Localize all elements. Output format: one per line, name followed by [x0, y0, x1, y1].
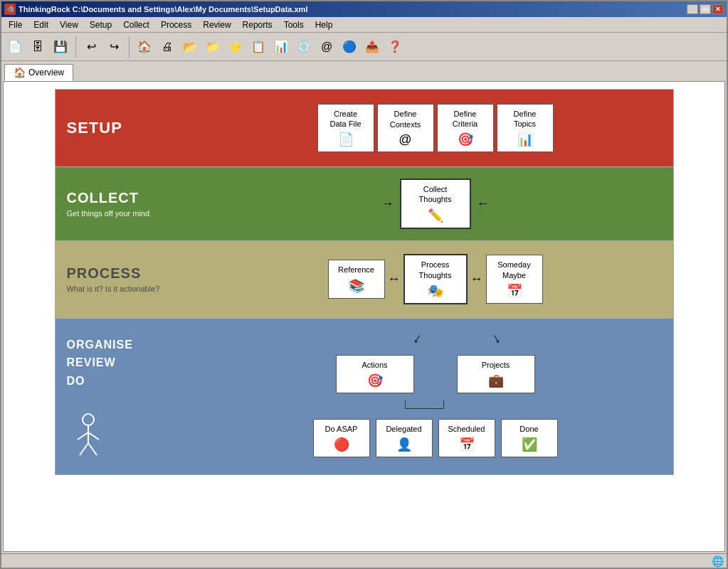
- title-buttons: _ ▭ ✕: [687, 4, 724, 14]
- svg-line-2: [78, 432, 88, 440]
- new-button[interactable]: 📄: [4, 36, 26, 58]
- close-button[interactable]: ✕: [712, 4, 724, 14]
- process-content: Reference 📚 ↔ ProcessThoughts 🎭 ↔ Someda…: [198, 241, 673, 318]
- scheduled-icon: 📅: [459, 437, 475, 452]
- projects-title: Projects: [482, 360, 510, 370]
- svg-line-5: [88, 443, 97, 455]
- do-asap-icon: 🔴: [334, 437, 349, 452]
- main-window: 🪨 ThinkingRock C:\Documents and Settings…: [0, 0, 728, 569]
- tab-bar: 🏠 Overview: [1, 61, 727, 81]
- open-button[interactable]: 📂: [179, 36, 201, 58]
- save-button[interactable]: 💾: [50, 36, 71, 58]
- undo-button[interactable]: ↩: [80, 36, 102, 58]
- window-title: ThinkingRock C:\Documents and Settings\A…: [19, 5, 687, 14]
- diag-arrow-left: ↓: [410, 329, 424, 347]
- restore-button[interactable]: ▭: [700, 4, 711, 14]
- print-button[interactable]: 🖨: [157, 36, 178, 58]
- db-button[interactable]: 🗄: [27, 36, 48, 58]
- ref-process-arrow: ↔: [388, 272, 401, 287]
- process-subtitle: What is it? Is it actionable?: [67, 284, 186, 293]
- delegated-box[interactable]: Delegated 👤: [376, 419, 433, 457]
- menu-help[interactable]: Help: [310, 18, 339, 31]
- collect-thoughts-title: CollectThoughts: [419, 184, 452, 205]
- create-data-file-icon: 📄: [338, 132, 354, 147]
- help-button[interactable]: ❓: [384, 36, 406, 58]
- process-title: PROCESS: [67, 265, 186, 282]
- minimize-button[interactable]: _: [687, 4, 698, 14]
- separator-1: [75, 36, 76, 58]
- do-asap-title: Do ASAP: [325, 424, 358, 434]
- tab-overview[interactable]: 🏠 Overview: [4, 64, 73, 81]
- home-button[interactable]: 🏠: [134, 36, 155, 58]
- redo-button[interactable]: ↪: [103, 36, 125, 58]
- done-icon: ✅: [522, 437, 537, 452]
- do-asap-box[interactable]: Do ASAP 🔴: [313, 419, 370, 457]
- actions-title: Actions: [362, 360, 387, 370]
- menu-reports[interactable]: Reports: [237, 18, 278, 31]
- menu-tools[interactable]: Tools: [278, 18, 310, 31]
- menu-view[interactable]: View: [54, 18, 84, 31]
- define-criteria-title: DefineCriteria: [453, 109, 478, 129]
- someday-maybe-box[interactable]: SomedayMaybe 📅: [486, 255, 543, 304]
- define-contexts-icon: @: [399, 132, 411, 147]
- pie-button[interactable]: 🔵: [339, 36, 360, 58]
- server-button[interactable]: 💿: [293, 36, 315, 58]
- process-section: PROCESS What is it? Is it actionable? Re…: [55, 240, 674, 319]
- define-criteria-box[interactable]: DefineCriteria 🎯: [437, 104, 494, 153]
- organise-row1: Actions 🎯 Projects 💼: [336, 355, 535, 393]
- organise-title: ORGANISE REVIEW DO: [67, 336, 186, 390]
- collect-thoughts-box[interactable]: CollectThoughts ✏️: [400, 179, 471, 229]
- define-topics-box[interactable]: DefineTopics 📊: [497, 104, 554, 153]
- collect-content: → CollectThoughts ✏️ ←: [198, 167, 673, 240]
- doc-button[interactable]: 📋: [248, 36, 269, 58]
- organise-label: ORGANISE REVIEW DO: [56, 319, 198, 475]
- menu-edit[interactable]: Edit: [28, 18, 54, 31]
- collect-label: COLLECT Get things off your mind: [56, 167, 198, 240]
- export-button[interactable]: 📤: [362, 36, 383, 58]
- define-contexts-title: DefineContexts: [390, 109, 421, 129]
- projects-icon: 💼: [488, 373, 504, 388]
- organise-section: ORGANISE REVIEW DO: [55, 318, 674, 476]
- process-thoughts-box[interactable]: ProcessThoughts 🎭: [403, 254, 468, 304]
- status-icon: 🌐: [712, 555, 724, 567]
- connector-mid: [444, 400, 465, 409]
- star-button[interactable]: ⭐: [225, 36, 246, 58]
- svg-line-4: [80, 443, 88, 455]
- menu-process[interactable]: Process: [155, 18, 197, 31]
- setup-content: CreateData File 📄 DefineContexts @ Defin…: [198, 90, 673, 166]
- diag-arrow-row: ↓ ↓: [209, 330, 662, 346]
- collect-thoughts-icon: ✏️: [428, 208, 443, 223]
- setup-label: SETUP: [56, 90, 198, 166]
- process-someday-arrow: ↔: [470, 272, 483, 287]
- done-box[interactable]: Done ✅: [501, 419, 558, 457]
- projects-box[interactable]: Projects 💼: [457, 355, 535, 393]
- define-topics-title: DefineTopics: [514, 109, 537, 129]
- scheduled-box[interactable]: Scheduled 📅: [438, 419, 495, 457]
- process-thoughts-title: ProcessThoughts: [419, 260, 452, 280]
- overview-tab-icon: 🏠: [14, 67, 26, 78]
- status-bar: 🌐: [1, 553, 727, 568]
- connector-row: [405, 400, 465, 409]
- setup-section: SETUP CreateData File 📄 DefineContexts @: [55, 89, 674, 167]
- folder-button[interactable]: 📁: [202, 36, 223, 58]
- menu-file[interactable]: File: [3, 18, 28, 31]
- content-area: SETUP CreateData File 📄 DefineContexts @: [3, 81, 725, 552]
- connector-left: [405, 400, 444, 409]
- at-button[interactable]: @: [316, 36, 337, 58]
- collect-flow: → CollectThoughts ✏️ ←: [209, 179, 662, 229]
- process-flow: Reference 📚 ↔ ProcessThoughts 🎭 ↔ Someda…: [209, 254, 662, 304]
- collect-arrow-right: →: [381, 196, 394, 211]
- actions-box[interactable]: Actions 🎯: [336, 355, 414, 393]
- menu-review[interactable]: Review: [197, 18, 236, 31]
- menu-setup[interactable]: Setup: [84, 18, 117, 31]
- create-data-file-box[interactable]: CreateData File 📄: [317, 104, 374, 153]
- collect-title: COLLECT: [67, 190, 186, 206]
- overview-diagram: SETUP CreateData File 📄 DefineContexts @: [55, 89, 674, 475]
- define-contexts-box[interactable]: DefineContexts @: [377, 104, 434, 152]
- ppt-button[interactable]: 📊: [270, 36, 292, 58]
- tab-overview-label: Overview: [28, 68, 64, 78]
- menu-collect[interactable]: Collect: [117, 18, 155, 31]
- delegated-title: Delegated: [386, 424, 421, 434]
- collect-arrow-left: ←: [477, 196, 490, 211]
- reference-box[interactable]: Reference 📚: [328, 260, 385, 298]
